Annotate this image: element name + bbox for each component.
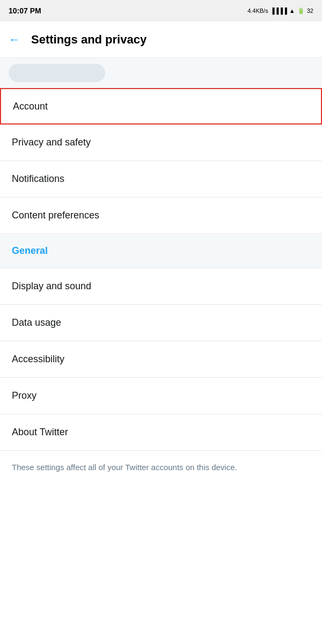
menu-item-label-about: About Twitter xyxy=(12,427,68,438)
menu-item-label-content: Content preferences xyxy=(12,210,99,221)
back-arrow-icon: ← xyxy=(9,33,20,47)
status-icons: 4.4KB/s ▐▐▐▐ ▲ 🔋 32 xyxy=(247,8,313,14)
signal-icon: ▐▐▐▐ xyxy=(270,8,287,14)
menu-item-display[interactable]: Display and sound xyxy=(0,268,322,305)
search-bar[interactable] xyxy=(9,64,105,82)
menu-item-label-display: Display and sound xyxy=(12,281,91,292)
menu-item-label-privacy: Privacy and safety xyxy=(12,137,91,148)
section-header-label: General xyxy=(12,245,48,257)
back-button[interactable]: ← xyxy=(9,33,20,47)
menu-item-label-notifications: Notifications xyxy=(12,173,64,185)
menu-item-accessibility[interactable]: Accessibility xyxy=(0,341,322,378)
footer-note-text: These settings affect all of your Twitte… xyxy=(12,463,237,472)
status-time: 10:07 PM xyxy=(9,6,41,15)
page-title: Settings and privacy xyxy=(31,33,147,47)
header: ← Settings and privacy xyxy=(0,21,322,58)
menu-item-about[interactable]: About Twitter xyxy=(0,414,322,451)
footer-note: These settings affect all of your Twitte… xyxy=(0,451,322,490)
section-header-general: General xyxy=(0,234,322,268)
menu-item-privacy[interactable]: Privacy and safety xyxy=(0,125,322,161)
menu-item-content[interactable]: Content preferences xyxy=(0,197,322,234)
menu-item-label-account: Account xyxy=(13,101,48,112)
search-area xyxy=(0,58,322,88)
battery-level: 32 xyxy=(307,8,313,14)
menu-item-label-proxy: Proxy xyxy=(12,390,36,401)
menu-item-label-data: Data usage xyxy=(12,317,61,328)
battery-icon: 🔋 xyxy=(297,8,305,14)
network-speed: 4.4KB/s xyxy=(247,8,268,14)
menu-item-data[interactable]: Data usage xyxy=(0,305,322,341)
status-bar: 10:07 PM 4.4KB/s ▐▐▐▐ ▲ 🔋 32 xyxy=(0,0,322,21)
wifi-icon: ▲ xyxy=(289,8,295,14)
menu-item-notifications[interactable]: Notifications xyxy=(0,161,322,197)
menu-item-label-accessibility: Accessibility xyxy=(12,354,64,365)
menu-item-account[interactable]: Account xyxy=(0,88,322,125)
menu-item-proxy[interactable]: Proxy xyxy=(0,378,322,414)
